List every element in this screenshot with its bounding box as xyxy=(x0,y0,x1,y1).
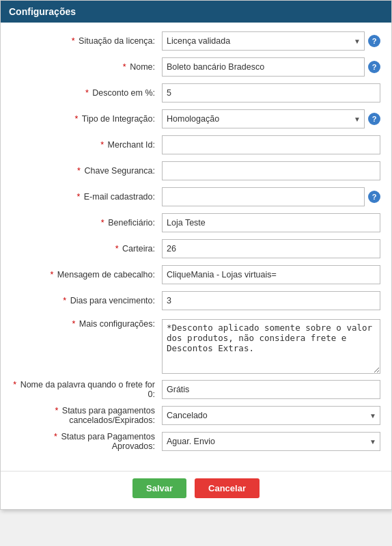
select-situacao-licenca[interactable]: Licença validadaLicença inválida xyxy=(162,31,365,51)
form-row-chave-seguranca: * Chave Seguranca: xyxy=(12,161,380,181)
help-icon-email-cadastrado[interactable]: ? xyxy=(368,191,380,203)
label-mensagem-cabecalho: * Mensagem de cabecalho: xyxy=(12,270,162,279)
label-status-cancelados: * Status para pagamentos cancelados/Expi… xyxy=(12,406,162,425)
form-row-nome-frete-zero: * Nome da palavra quando o frete for 0: xyxy=(12,379,380,400)
select-wrapper-status-aprovados: Aguar. EnvioAprovado▼ xyxy=(162,432,380,451)
form-row-merchant-id: * Merchant Id: xyxy=(12,135,380,155)
required-star: * xyxy=(54,432,59,441)
label-nome: * Nome: xyxy=(12,62,162,72)
input-col-desconto xyxy=(162,83,380,103)
help-icon-situacao-licenca[interactable]: ? xyxy=(368,35,380,47)
select-tipo-integracao[interactable]: HomologaçãoProdução xyxy=(162,109,365,128)
select-status-aprovados[interactable]: Aguar. EnvioAprovado xyxy=(162,432,380,451)
input-beneficiario[interactable] xyxy=(162,213,380,232)
label-chave-seguranca: * Chave Seguranca: xyxy=(12,166,162,176)
input-col-nome-frete-zero xyxy=(162,380,380,399)
label-email-cadastrado: * E-mail cadastrado: xyxy=(12,192,162,202)
required-star: * xyxy=(72,319,77,329)
input-col-mais-configuracoes: *Desconto aplicado somente sobre o valor… xyxy=(162,319,380,374)
required-star: * xyxy=(76,192,82,202)
input-col-situacao-licenca: Licença validadaLicença inválida▼? xyxy=(162,31,380,51)
select-status-cancelados[interactable]: CanceladoPendente xyxy=(162,406,380,425)
label-mais-configuracoes: * Mais configurações: xyxy=(12,319,162,329)
form-row-carteira: * Carteira: xyxy=(12,238,380,259)
form-row-mensagem-cabecalho: * Mensagem de cabecalho: xyxy=(12,264,380,285)
required-star: * xyxy=(72,36,77,46)
form-row-tipo-integracao: * Tipo de Integração:HomologaçãoProdução… xyxy=(12,109,380,129)
settings-window: Configurações * Situação da licença:Lice… xyxy=(0,0,392,510)
select-wrapper-tipo-integracao: HomologaçãoProdução▼ xyxy=(162,109,365,128)
window-title: Configurações xyxy=(9,6,76,17)
label-merchant-id: * Merchant Id: xyxy=(12,140,162,150)
input-col-merchant-id xyxy=(162,135,380,154)
select-wrapper-status-cancelados: CanceladoPendente▼ xyxy=(162,406,380,425)
form-row-status-cancelados: * Status para pagamentos cancelados/Expi… xyxy=(12,405,380,426)
help-icon-nome[interactable]: ? xyxy=(368,61,380,73)
input-col-chave-seguranca xyxy=(162,161,380,180)
required-star: * xyxy=(101,218,107,228)
input-mensagem-cabecalho[interactable] xyxy=(162,265,380,284)
form-body: * Situação da licença:Licença validadaLi… xyxy=(1,23,391,468)
label-status-aprovados: * Status para Pagamentos Aprovados: xyxy=(12,432,162,451)
label-beneficiario: * Beneficiário: xyxy=(12,218,162,228)
label-situacao-licenca: * Situação da licença: xyxy=(12,36,162,46)
input-col-email-cadastrado: ? xyxy=(162,187,380,206)
input-chave-seguranca[interactable] xyxy=(162,161,380,180)
input-col-nome: ? xyxy=(162,57,380,77)
form-row-mais-configuracoes: * Mais configurações:*Desconto aplicado … xyxy=(12,316,380,374)
required-star: * xyxy=(123,62,128,72)
input-col-dias-vencimento xyxy=(162,291,380,310)
form-row-desconto: * Desconto em %: xyxy=(12,83,380,103)
form-row-status-aprovados: * Status para Pagamentos Aprovados:Aguar… xyxy=(12,431,380,452)
required-star: * xyxy=(77,166,83,176)
required-star: * xyxy=(55,406,60,415)
label-nome-frete-zero: * Nome da palavra quando o frete for 0: xyxy=(12,380,162,399)
input-nome[interactable] xyxy=(162,57,365,77)
form-row-dias-vencimento: * Dias para vencimento: xyxy=(12,290,380,311)
label-desconto: * Desconto em %: xyxy=(12,88,162,98)
form-row-beneficiario: * Beneficiário: xyxy=(12,213,380,233)
input-email-cadastrado[interactable] xyxy=(162,187,365,206)
input-nome-frete-zero[interactable] xyxy=(162,380,380,399)
required-star: * xyxy=(74,114,80,124)
input-col-tipo-integracao: HomologaçãoProdução▼? xyxy=(162,109,380,128)
input-col-status-aprovados: Aguar. EnvioAprovado▼ xyxy=(162,432,380,451)
input-desconto[interactable] xyxy=(162,83,380,103)
cancel-button[interactable]: Cancelar xyxy=(195,478,260,498)
form-row-situacao-licenca: * Situação da licença:Licença validadaLi… xyxy=(12,31,380,51)
input-col-status-cancelados: CanceladoPendente▼ xyxy=(162,406,380,425)
required-star: * xyxy=(13,380,18,390)
select-wrapper-situacao-licenca: Licença validadaLicença inválida▼ xyxy=(162,31,365,51)
form-row-nome: * Nome:? xyxy=(12,57,380,77)
save-button[interactable]: Salvar xyxy=(132,478,186,498)
required-star: * xyxy=(85,88,91,98)
textarea-mais-configuracoes[interactable]: *Desconto aplicado somente sobre o valor… xyxy=(162,319,380,374)
required-star: * xyxy=(100,140,106,150)
input-merchant-id[interactable] xyxy=(162,135,380,154)
required-star: * xyxy=(63,296,68,305)
input-col-mensagem-cabecalho xyxy=(162,265,380,284)
required-star: * xyxy=(51,270,56,279)
label-dias-vencimento: * Dias para vencimento: xyxy=(12,296,162,305)
label-carteira: * Carteira: xyxy=(12,244,162,254)
required-star: * xyxy=(115,244,121,254)
help-icon-tipo-integracao[interactable]: ? xyxy=(368,113,380,125)
footer-buttons: Salvar Cancelar xyxy=(1,471,391,509)
form-row-email-cadastrado: * E-mail cadastrado:? xyxy=(12,187,380,207)
input-carteira[interactable] xyxy=(162,239,380,258)
label-tipo-integracao: * Tipo de Integração: xyxy=(12,114,162,124)
input-col-beneficiario xyxy=(162,213,380,232)
input-dias-vencimento[interactable] xyxy=(162,291,380,310)
input-col-carteira xyxy=(162,239,380,258)
title-bar: Configurações xyxy=(1,1,391,23)
